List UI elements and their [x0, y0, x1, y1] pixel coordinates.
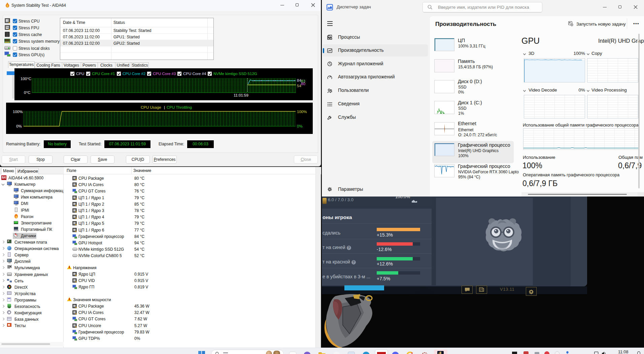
svg-text:54: 54	[297, 84, 301, 88]
svg-text:CPU Throttling: CPU Throttling	[167, 105, 192, 109]
svg-text:CPU Core #4: CPU Core #4	[183, 72, 206, 76]
svg-text:|: |	[164, 105, 165, 109]
svg-text:CPU Usage: CPU Usage	[141, 105, 161, 109]
svg-text:100%: 100%	[297, 110, 307, 114]
svg-text:80: 80	[301, 82, 305, 86]
svg-text:11:01:59: 11:01:59	[234, 93, 248, 97]
svg-text:100°C: 100°C	[21, 77, 31, 81]
svg-text:NVMe kimtigo SSD 512G: NVMe kimtigo SSD 512G	[213, 72, 257, 76]
svg-text:100%: 100%	[13, 110, 23, 114]
svg-text:0%: 0%	[297, 124, 303, 128]
svg-text:CPU: CPU	[76, 72, 84, 76]
svg-text:0°C: 0°C	[24, 91, 30, 95]
svg-text:CPU Core #3: CPU Core #3	[153, 72, 176, 76]
svg-text:CPU Core #2: CPU Core #2	[123, 72, 145, 76]
svg-text:CPU Core #1: CPU Core #1	[92, 72, 115, 76]
svg-text:0%: 0%	[16, 124, 22, 128]
